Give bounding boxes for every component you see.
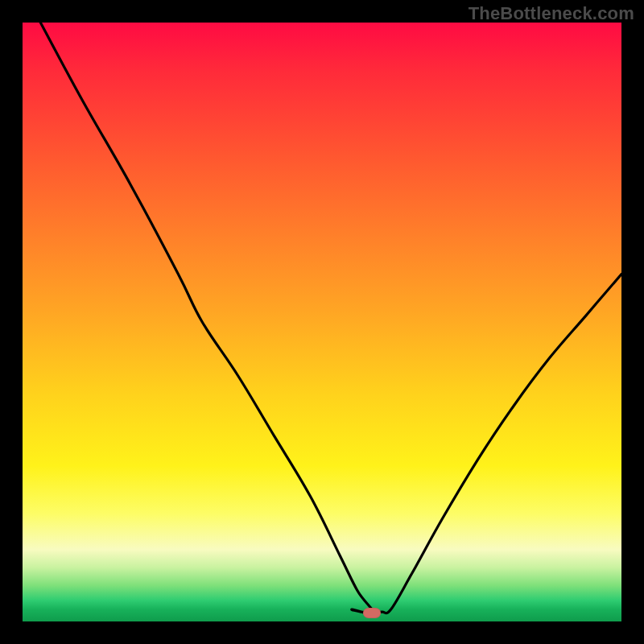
curve-path bbox=[40, 23, 621, 613]
min-point-marker bbox=[363, 608, 381, 618]
plot-area bbox=[23, 23, 621, 621]
watermark-text: TheBottleneck.com bbox=[469, 3, 634, 24]
bottleneck-curve bbox=[23, 23, 621, 621]
chart-stage: TheBottleneck.com bbox=[0, 0, 644, 644]
